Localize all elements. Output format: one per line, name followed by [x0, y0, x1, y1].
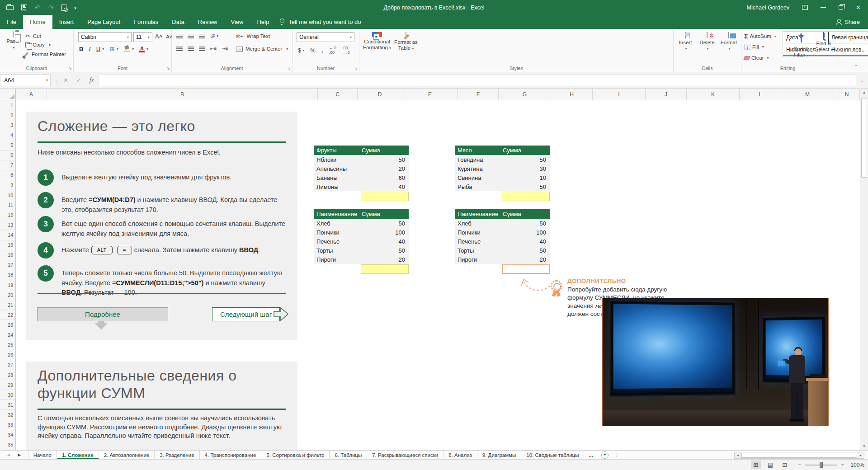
redo-icon[interactable]: ↷: [48, 5, 54, 11]
expand-formula-bar-icon[interactable]: ⌄: [856, 78, 868, 83]
number-dialog-launcher[interactable]: ↘: [354, 66, 358, 70]
table-row[interactable]: Торты50: [455, 246, 550, 255]
row-header-4[interactable]: 4: [0, 130, 15, 140]
ribbon-tab-view[interactable]: View: [224, 15, 250, 29]
table-row[interactable]: Рыба50: [455, 182, 550, 191]
zoom-slider-thumb[interactable]: [820, 462, 823, 468]
open-icon[interactable]: [6, 5, 14, 10]
table-header[interactable]: НаименованиеСумма: [314, 209, 409, 219]
delete-cells-button[interactable]: ✕ Delete ▾: [696, 33, 718, 51]
column-header-F[interactable]: F: [458, 89, 499, 100]
number-format-combo[interactable]: General▾: [297, 32, 354, 42]
row-header-6[interactable]: 6: [0, 150, 15, 160]
fill-color-dropdown[interactable]: ▾: [132, 47, 134, 51]
sheet-tab-overflow[interactable]: ...: [584, 451, 598, 459]
align-left-icon[interactable]: [176, 47, 183, 51]
table-row[interactable]: Свинина10: [455, 173, 550, 182]
ribbon-tab-review[interactable]: Review: [191, 15, 224, 29]
borders-dropdown[interactable]: ▾: [117, 47, 118, 51]
format-as-table-button[interactable]: Format asTable▾: [393, 33, 419, 52]
restore-button[interactable]: [839, 5, 843, 9]
table-row[interactable]: Пироги20: [314, 255, 409, 264]
sheet-tab-1-сложение[interactable]: 1. Сложение: [57, 451, 99, 459]
table-row[interactable]: Пончики100: [314, 228, 409, 237]
row-header-9[interactable]: 9: [0, 180, 15, 190]
zoom-out-icon[interactable]: −: [798, 461, 802, 468]
row-header-19[interactable]: 19: [0, 280, 15, 290]
zoom-in-icon[interactable]: +: [841, 461, 844, 468]
insert-function-icon[interactable]: fx: [90, 77, 94, 84]
sheet-tab-7-раскрывающиеся-списки[interactable]: 7. Раскрывающиеся списки: [367, 451, 443, 459]
fill-color-icon[interactable]: [124, 46, 130, 52]
column-header-L[interactable]: L: [740, 89, 781, 100]
tell-me-box[interactable]: Tell me what you want to do: [279, 15, 361, 29]
format-painter-button[interactable]: Format Painter: [25, 52, 66, 57]
sheet-tab-10-сводные-таблицы[interactable]: 10. Сводные таблицы: [521, 451, 584, 459]
row-header-26[interactable]: 26: [0, 350, 15, 360]
row-header-5[interactable]: 5: [0, 140, 15, 150]
vertical-scroll-thumb[interactable]: [861, 99, 867, 178]
new-sheet-button[interactable]: +: [601, 451, 609, 459]
font-color-icon[interactable]: A: [139, 46, 145, 52]
row-header-10[interactable]: 10: [0, 190, 15, 200]
bold-button[interactable]: B: [79, 46, 83, 52]
font-size-combo[interactable]: 11▾: [133, 32, 152, 42]
wrap-text-button[interactable]: ab↵ Wrap Text: [236, 33, 270, 39]
sheet-tab-6-таблицы[interactable]: 6. Таблицы: [330, 451, 367, 459]
sheet-tab-3-разделение[interactable]: 3. Разделение: [155, 451, 199, 459]
close-button[interactable]: ✕: [856, 4, 861, 11]
row-header-7[interactable]: 7: [0, 160, 15, 170]
zoom-slider[interactable]: [805, 465, 837, 465]
underline-button[interactable]: U: [96, 46, 100, 52]
more-details-button[interactable]: Подробнее: [37, 307, 168, 321]
column-header-C[interactable]: C: [318, 89, 358, 100]
table-row[interactable]: Хлеб50: [314, 219, 409, 228]
row-header-27[interactable]: 27: [0, 360, 15, 370]
copy-button[interactable]: Copy ▾: [25, 42, 51, 47]
table-row[interactable]: Печенье40: [314, 237, 409, 246]
row-header-18[interactable]: 18: [0, 270, 15, 280]
select-all-corner[interactable]: [0, 89, 16, 100]
row-header-21[interactable]: 21: [0, 300, 15, 310]
table-row[interactable]: Говядина50: [455, 155, 550, 164]
cancel-icon[interactable]: ✕: [63, 77, 68, 84]
font-dialog-launcher[interactable]: ↘: [166, 66, 170, 70]
table-header[interactable]: МясоСумма: [455, 146, 550, 155]
column-header-D[interactable]: D: [358, 89, 402, 100]
sheet-tab-4-транспонирование[interactable]: 4. Транспонирование: [200, 451, 262, 459]
row-header-33[interactable]: 33: [0, 420, 15, 430]
sheet-tab-начало[interactable]: Начало: [28, 451, 57, 459]
conditional-formatting-button[interactable]: ≠ ConditionalFormatting▾: [363, 32, 391, 51]
name-box-dropdown[interactable]: ▾: [46, 78, 48, 82]
table-row[interactable]: Курятина30: [455, 164, 550, 173]
underline-dropdown[interactable]: ▾: [102, 47, 104, 51]
row-header-8[interactable]: 8: [0, 170, 15, 180]
row-header-23[interactable]: 23: [0, 320, 15, 330]
clipboard-dialog-launcher[interactable]: ↘: [68, 66, 72, 70]
alignment-dialog-launcher[interactable]: ↘: [287, 66, 291, 70]
row-header-20[interactable]: 20: [0, 290, 15, 300]
vertical-scrollbar[interactable]: ▲ ▼: [860, 89, 868, 450]
customize-qat-icon[interactable]: ▾: [74, 6, 76, 9]
increase-indent-icon[interactable]: ⇥≡: [222, 46, 228, 51]
decrease-font-icon[interactable]: A˅: [166, 34, 172, 39]
table-row[interactable]: Лимоны40: [314, 182, 409, 191]
undo-icon[interactable]: ↶: [35, 5, 41, 11]
cut-button[interactable]: ✂ Cut: [25, 33, 41, 39]
font-color-dropdown[interactable]: ▾: [146, 47, 148, 51]
sheet-tab-2-автозаполнение[interactable]: 2. Автозаполнение: [99, 451, 155, 459]
column-header-E[interactable]: E: [402, 89, 458, 100]
zoom-level[interactable]: 100%: [849, 462, 864, 468]
normal-view-icon[interactable]: ⊞: [751, 461, 761, 469]
row-header-16[interactable]: 16: [0, 250, 15, 260]
find-select-button[interactable]: Find &Select▾: [812, 33, 835, 53]
table-header[interactable]: ФруктыСумма: [314, 146, 409, 155]
comma-style-icon[interactable]: ,: [321, 47, 323, 54]
row-header-25[interactable]: 25: [0, 340, 15, 350]
row-header-3[interactable]: 3: [0, 120, 15, 130]
table-row[interactable]: Торты50: [314, 246, 409, 255]
increase-decimal-icon[interactable]: ←.0.00: [329, 46, 336, 55]
borders-icon[interactable]: ⊞: [109, 46, 115, 52]
page-break-view-icon[interactable]: ⊡: [780, 461, 790, 469]
share-button[interactable]: Share: [835, 15, 860, 29]
